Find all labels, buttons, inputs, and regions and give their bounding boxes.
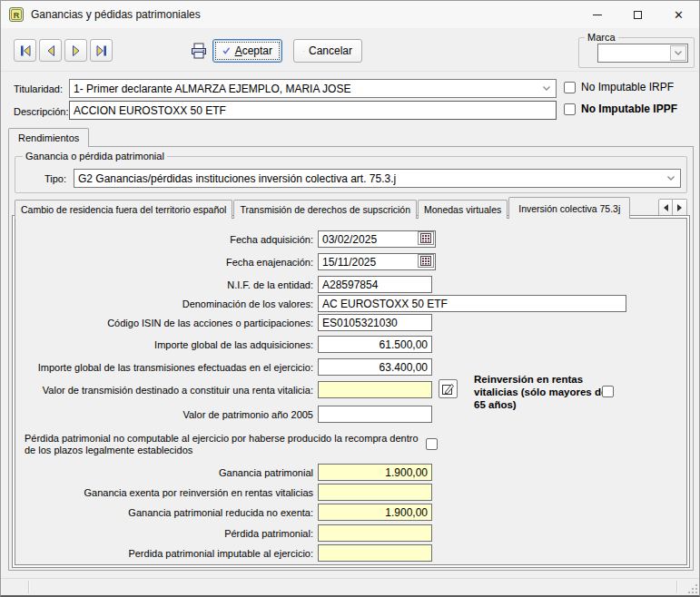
nav-next-icon: [69, 44, 84, 58]
nav-previous-button[interactable]: [39, 39, 62, 62]
isin-label: Código ISIN de las acciones o participac…: [15, 318, 313, 329]
dialog-window: R Ganancias y pédidas patrimoniales ✕: [0, 0, 700, 597]
minimize-icon: [593, 15, 602, 15]
no-imputable-irpf-row: No Imputable IRPF: [564, 81, 674, 93]
ganancia-patrimonial-input[interactable]: [318, 464, 432, 481]
tab-rendimientos-label: Rendimientos: [18, 132, 79, 143]
descripcion-input[interactable]: [69, 101, 557, 120]
tipo-dropdown-button[interactable]: [662, 175, 680, 181]
nif-input[interactable]: [318, 276, 432, 293]
minimize-button[interactable]: [577, 1, 617, 28]
tab-label: Transmisión de derechos de supscrición: [240, 204, 410, 215]
nav-next-button[interactable]: [64, 39, 87, 62]
print-button[interactable]: [188, 41, 210, 61]
nav-first-button[interactable]: [14, 39, 36, 62]
fecha-adquisicion-label: Fecha adquisición:: [15, 234, 313, 246]
app-icon: R: [8, 6, 25, 23]
accept-check-icon: [222, 44, 231, 57]
descripcion-label: Descripción:: [14, 106, 69, 117]
nav-last-icon: [94, 44, 109, 58]
statusbar-divider: [28, 581, 29, 593]
nav-prev-icon: [44, 44, 58, 58]
window-title: Ganancias y pédidas patrimoniales: [31, 8, 201, 21]
tab-scroll-right-button[interactable]: [673, 199, 687, 217]
tipo-combobox[interactable]: G2 Ganancias/pérdidas instituciones inve…: [74, 169, 681, 188]
reinversion-checkbox[interactable]: [602, 386, 614, 397]
ganancia-patrimonial-label: Ganancia patrimonial: [15, 467, 313, 479]
tab-rendimientos[interactable]: Rendimientos: [8, 128, 89, 147]
ganancia-groupbox-legend: Ganancia o pérdida patrimonial: [23, 151, 167, 161]
accept-button[interactable]: Aceptar: [212, 39, 282, 63]
importe-adquisiciones-label: Importe global de las adquisiciones:: [15, 339, 313, 351]
valor-patrimonio-2005-label: Valor de patrimonio año 2005: [15, 409, 313, 421]
calendar-icon: [420, 256, 431, 266]
tab-cambio-residencia[interactable]: Cambio de residencia fuera del territori…: [15, 200, 232, 219]
inner-tabstrip: Cambio de residencia fuera del territori…: [15, 197, 687, 219]
denominacion-input[interactable]: [318, 295, 626, 312]
marca-combobox[interactable]: [597, 44, 688, 63]
nav-first-icon: [18, 44, 33, 58]
close-icon: ✕: [674, 9, 684, 21]
dropdown-chevron-icon: [542, 85, 551, 92]
fecha-enajenacion-field: [318, 253, 436, 270]
recompra-label: Pérdida patrimonial no computable al eje…: [25, 433, 424, 456]
status-bar: [1, 578, 699, 595]
importe-transmisiones-label: Importe global de las transmisiones efec…: [15, 362, 313, 374]
svg-text:R: R: [14, 11, 20, 20]
ganancia-groupbox: Ganancia o pérdida patrimonial Tipo: G2 …: [15, 151, 687, 193]
denominacion-label: Denominación de los valores:: [15, 298, 313, 310]
maximize-icon: [634, 11, 642, 19]
no-imputable-ippf-row: No Imputable IPPF: [564, 103, 677, 115]
perdida-imputable-label: Perdida patrimonial imputable al ejercic…: [15, 548, 313, 560]
maximize-button[interactable]: [617, 1, 658, 28]
resize-grip[interactable]: [686, 582, 697, 593]
accept-button-label: Aceptar: [235, 44, 272, 57]
marca-group: Marca: [578, 32, 695, 68]
fecha-enajenacion-label: Fecha enajenación:: [15, 257, 313, 269]
nav-last-button[interactable]: [90, 39, 113, 62]
printer-icon: [190, 43, 208, 60]
no-imputable-irpf-checkbox[interactable]: [564, 82, 576, 93]
tab-label: Inversión colectiva 75.3j: [518, 203, 620, 214]
tab-label: Cambio de residencia fuera del territori…: [21, 204, 226, 215]
cancel-button-label: Cancelar: [309, 44, 352, 57]
valor-renta-vitalicia-label: Valor de transmisión destinado a constit…: [15, 385, 313, 396]
no-imputable-ippf-checkbox[interactable]: [564, 103, 576, 115]
ganancia-reducida-input[interactable]: [318, 504, 432, 521]
perdida-patrimonial-input[interactable]: [318, 524, 432, 542]
importe-adquisiciones-input[interactable]: [318, 336, 432, 353]
tab-inversion-colectiva[interactable]: Inversión colectiva 75.3j: [508, 197, 630, 219]
recompra-checkbox[interactable]: [426, 438, 438, 450]
inversion-colectiva-panel: Fecha adquisición: Fecha enajenación:: [15, 218, 687, 565]
importe-transmisiones-input[interactable]: [318, 358, 432, 376]
tab-transmision-derechos[interactable]: Transmisión de derechos de supscrición: [233, 200, 417, 219]
tab-label: Monedas virtuales: [424, 204, 501, 215]
valor-patrimonio-2005-input[interactable]: [318, 406, 432, 423]
valor-renta-vitalicia-input[interactable]: [318, 381, 432, 398]
close-button[interactable]: ✕: [658, 1, 699, 28]
titularidad-dropdown-button[interactable]: [537, 85, 556, 92]
tab-monedas-virtuales[interactable]: Monedas virtuales: [418, 200, 508, 219]
titularidad-combobox[interactable]: 1- Primer declarante ALMARZA EJEMPLO, MA…: [69, 79, 557, 98]
tab-scroll-left-icon: [664, 204, 668, 211]
tab-scroll-left-button[interactable]: [658, 199, 673, 217]
dropdown-chevron-icon: [674, 50, 683, 56]
perdida-imputable-input[interactable]: [318, 544, 432, 562]
titularidad-value: 1- Primer declarante ALMARZA EJEMPLO, MA…: [70, 83, 537, 95]
no-imputable-ippf-label: No Imputable IPPF: [581, 103, 677, 115]
no-imputable-irpf-label: No Imputable IRPF: [581, 81, 674, 93]
fecha-adquisicion-field: [318, 230, 436, 248]
toolbar: Aceptar Cancelar Marca: [1, 28, 699, 72]
reinversion-note: Reinversión en rentas vitalicias (sólo m…: [474, 373, 617, 411]
isin-input[interactable]: [318, 314, 432, 331]
cancel-button[interactable]: Cancelar: [293, 39, 362, 63]
nif-label: N.I.F. de la entidad:: [15, 279, 313, 291]
fecha-enajenacion-calendar-button[interactable]: [418, 254, 434, 268]
ganancia-exenta-label: Ganancia exenta por reinversión en renta…: [15, 487, 313, 499]
marca-dropdown-button[interactable]: [670, 45, 686, 61]
tipo-value: G2 Ganancias/pérdidas instituciones inve…: [74, 172, 662, 185]
ganancia-reducida-label: Ganancia patrimonial reducida no exenta:: [15, 507, 313, 519]
ganancia-exenta-input[interactable]: [318, 484, 432, 501]
valor-renta-vitalicia-edit-button[interactable]: [439, 379, 458, 398]
fecha-adquisicion-calendar-button[interactable]: [418, 231, 434, 245]
